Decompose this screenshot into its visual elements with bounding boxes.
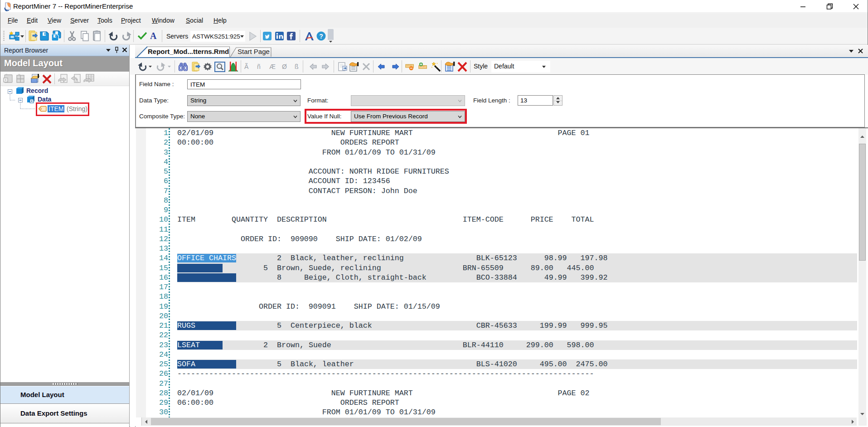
svg-text:?: ? <box>319 33 323 40</box>
